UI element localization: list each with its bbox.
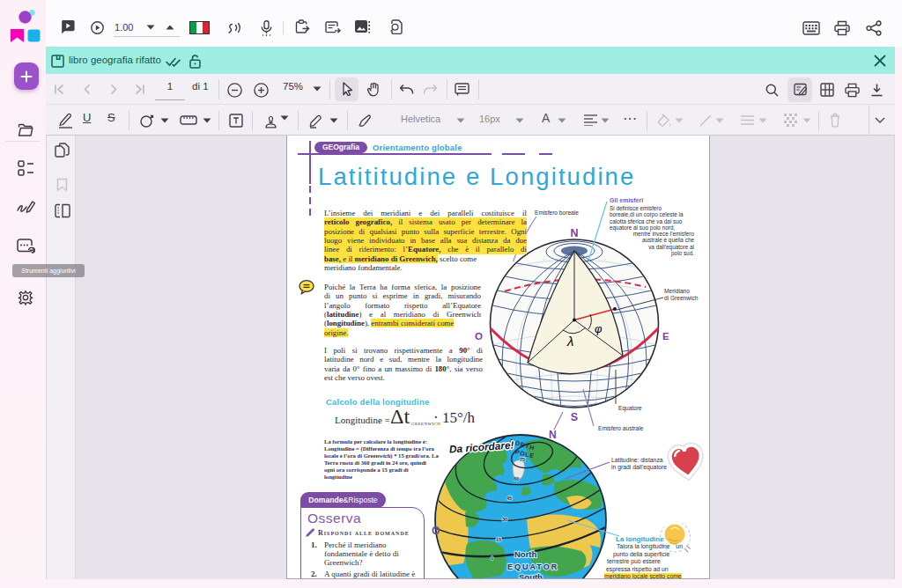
svg-text:North: North <box>514 549 537 559</box>
svg-text:N: N <box>570 227 578 239</box>
svg-text:E: E <box>662 331 669 342</box>
svg-text:30: 30 <box>502 517 507 522</box>
svg-text:O: O <box>432 525 440 537</box>
svg-text:N: N <box>549 429 557 441</box>
svg-text:South: South <box>519 572 543 580</box>
svg-text:EQUATOR: EQUATOR <box>507 562 558 571</box>
svg-text:S: S <box>571 411 578 423</box>
svg-text:φ: φ <box>595 322 603 335</box>
svg-text:45: 45 <box>506 496 512 501</box>
svg-text:60: 60 <box>514 476 519 481</box>
svg-text:λ: λ <box>566 334 573 349</box>
svg-text:15: 15 <box>496 537 501 542</box>
svg-text:0: 0 <box>491 555 493 561</box>
svg-text:75: 75 <box>520 457 525 462</box>
